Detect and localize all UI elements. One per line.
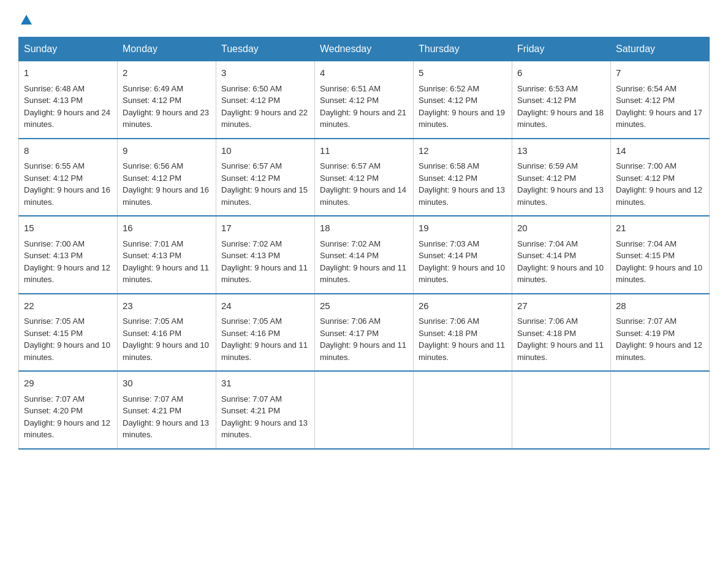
sunset-text: Sunset: 4:12 PM — [517, 96, 576, 105]
sunrise-text: Sunrise: 6:53 AM — [517, 84, 578, 93]
logo-triangle-icon — [20, 13, 33, 27]
day-number: 3 — [221, 66, 309, 80]
daylight-text: Daylight: 9 hours and 11 minutes. — [221, 340, 308, 362]
daylight-text: Daylight: 9 hours and 16 minutes. — [24, 185, 110, 207]
weekday-header-friday: Friday — [512, 37, 611, 61]
sunset-text: Sunset: 4:12 PM — [24, 174, 83, 183]
sunrise-text: Sunrise: 6:59 AM — [517, 161, 578, 170]
sunrise-text: Sunrise: 7:00 AM — [616, 161, 677, 170]
sunset-text: Sunset: 4:16 PM — [221, 329, 280, 338]
calendar-cell: 14Sunrise: 7:00 AMSunset: 4:12 PMDayligh… — [611, 139, 710, 216]
weekday-header-thursday: Thursday — [414, 37, 512, 61]
day-number: 17 — [221, 221, 309, 236]
daylight-text: Daylight: 9 hours and 11 minutes. — [123, 263, 209, 285]
sunrise-text: Sunrise: 6:57 AM — [320, 161, 381, 170]
calendar-cell: 7Sunrise: 6:54 AMSunset: 4:12 PMDaylight… — [611, 61, 710, 139]
day-number: 5 — [419, 66, 507, 80]
calendar-week-1: 1Sunrise: 6:48 AMSunset: 4:13 PMDaylight… — [19, 61, 710, 139]
day-number: 11 — [320, 144, 408, 158]
sunset-text: Sunset: 4:14 PM — [320, 251, 379, 260]
daylight-text: Daylight: 9 hours and 11 minutes. — [320, 340, 406, 362]
day-number: 19 — [419, 221, 507, 236]
daylight-text: Daylight: 9 hours and 16 minutes. — [123, 185, 209, 207]
calendar-cell: 26Sunrise: 7:06 AMSunset: 4:18 PMDayligh… — [414, 294, 512, 372]
weekday-header-tuesday: Tuesday — [216, 37, 315, 61]
day-number: 21 — [616, 221, 704, 236]
daylight-text: Daylight: 9 hours and 10 minutes. — [517, 263, 604, 285]
calendar-cell: 2Sunrise: 6:49 AMSunset: 4:12 PMDaylight… — [118, 61, 216, 139]
daylight-text: Daylight: 9 hours and 10 minutes. — [616, 263, 702, 285]
logo — [18, 12, 33, 25]
sunrise-text: Sunrise: 7:03 AM — [419, 239, 479, 248]
svg-marker-0 — [21, 15, 32, 25]
sunrise-text: Sunrise: 7:02 AM — [320, 239, 381, 248]
day-number: 16 — [123, 221, 211, 236]
sunrise-text: Sunrise: 7:04 AM — [517, 239, 578, 248]
sunset-text: Sunset: 4:19 PM — [616, 329, 675, 338]
day-number: 15 — [24, 221, 112, 236]
calendar-cell: 17Sunrise: 7:02 AMSunset: 4:13 PMDayligh… — [216, 216, 315, 294]
sunset-text: Sunset: 4:13 PM — [24, 251, 83, 260]
sunrise-text: Sunrise: 6:54 AM — [616, 84, 677, 93]
calendar-cell: 22Sunrise: 7:05 AMSunset: 4:15 PMDayligh… — [19, 294, 118, 372]
sunrise-text: Sunrise: 6:50 AM — [221, 84, 282, 93]
day-number: 30 — [123, 377, 211, 391]
daylight-text: Daylight: 9 hours and 11 minutes. — [221, 263, 308, 285]
calendar-cell: 10Sunrise: 6:57 AMSunset: 4:12 PMDayligh… — [216, 139, 315, 216]
day-number: 26 — [419, 299, 507, 313]
sunset-text: Sunset: 4:12 PM — [616, 174, 675, 183]
sunset-text: Sunset: 4:13 PM — [24, 96, 83, 105]
daylight-text: Daylight: 9 hours and 13 minutes. — [123, 418, 209, 440]
daylight-text: Daylight: 9 hours and 13 minutes. — [517, 185, 604, 207]
daylight-text: Daylight: 9 hours and 13 minutes. — [221, 418, 308, 440]
sunrise-text: Sunrise: 7:04 AM — [616, 239, 677, 248]
daylight-text: Daylight: 9 hours and 19 minutes. — [419, 108, 505, 129]
sunrise-text: Sunrise: 6:49 AM — [123, 84, 183, 93]
day-number: 9 — [123, 144, 211, 158]
calendar-cell: 1Sunrise: 6:48 AMSunset: 4:13 PMDaylight… — [19, 61, 118, 139]
calendar-cell: 30Sunrise: 7:07 AMSunset: 4:21 PMDayligh… — [118, 371, 216, 449]
sunrise-text: Sunrise: 7:06 AM — [320, 316, 381, 326]
page-header — [18, 12, 710, 25]
daylight-text: Daylight: 9 hours and 15 minutes. — [221, 185, 308, 207]
daylight-text: Daylight: 9 hours and 14 minutes. — [320, 185, 406, 207]
day-number: 27 — [517, 299, 605, 313]
sunrise-text: Sunrise: 7:02 AM — [221, 239, 282, 248]
day-number: 22 — [24, 299, 112, 313]
sunrise-text: Sunrise: 7:06 AM — [517, 316, 578, 326]
day-number: 12 — [419, 144, 507, 158]
daylight-text: Daylight: 9 hours and 17 minutes. — [616, 108, 702, 129]
calendar-cell: 25Sunrise: 7:06 AMSunset: 4:17 PMDayligh… — [315, 294, 414, 372]
sunset-text: Sunset: 4:15 PM — [616, 251, 675, 260]
day-number: 28 — [616, 299, 704, 313]
calendar-cell: 13Sunrise: 6:59 AMSunset: 4:12 PMDayligh… — [512, 139, 611, 216]
calendar-cell — [512, 371, 611, 449]
weekday-header-sunday: Sunday — [19, 37, 118, 61]
sunrise-text: Sunrise: 6:56 AM — [123, 161, 183, 170]
daylight-text: Daylight: 9 hours and 12 minutes. — [24, 418, 110, 440]
calendar-cell: 3Sunrise: 6:50 AMSunset: 4:12 PMDaylight… — [216, 61, 315, 139]
sunset-text: Sunset: 4:15 PM — [24, 329, 83, 338]
calendar-cell: 11Sunrise: 6:57 AMSunset: 4:12 PMDayligh… — [315, 139, 414, 216]
calendar-cell — [315, 371, 414, 449]
day-number: 6 — [517, 66, 605, 80]
day-number: 1 — [24, 66, 112, 80]
sunrise-text: Sunrise: 7:07 AM — [123, 394, 183, 404]
sunrise-text: Sunrise: 7:01 AM — [123, 239, 183, 248]
sunrise-text: Sunrise: 7:07 AM — [616, 316, 677, 326]
calendar-cell — [414, 371, 512, 449]
sunrise-text: Sunrise: 7:07 AM — [24, 394, 85, 404]
sunrise-text: Sunrise: 6:52 AM — [419, 84, 479, 93]
calendar-cell: 23Sunrise: 7:05 AMSunset: 4:16 PMDayligh… — [118, 294, 216, 372]
daylight-text: Daylight: 9 hours and 13 minutes. — [419, 185, 505, 207]
calendar-week-3: 15Sunrise: 7:00 AMSunset: 4:13 PMDayligh… — [19, 216, 710, 294]
day-number: 4 — [320, 66, 408, 80]
daylight-text: Daylight: 9 hours and 18 minutes. — [517, 108, 604, 129]
daylight-text: Daylight: 9 hours and 12 minutes. — [616, 340, 702, 362]
sunset-text: Sunset: 4:12 PM — [320, 174, 379, 183]
day-number: 31 — [221, 377, 309, 391]
day-number: 14 — [616, 144, 704, 158]
sunset-text: Sunset: 4:18 PM — [419, 329, 477, 338]
sunset-text: Sunset: 4:14 PM — [419, 251, 477, 260]
sunset-text: Sunset: 4:14 PM — [517, 251, 576, 260]
